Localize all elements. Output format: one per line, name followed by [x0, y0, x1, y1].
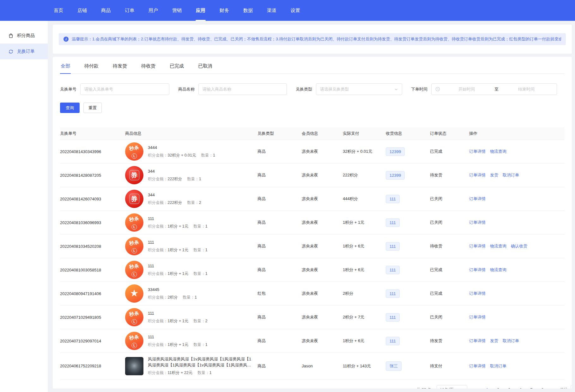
row-actions: 订单详情发货取消订单: [469, 172, 565, 178]
member-name: 凉央未夜: [302, 291, 343, 296]
actual-paid: 1积分 + 1元: [343, 220, 386, 225]
product-image: [125, 357, 143, 375]
action-link[interactable]: 订单详情: [469, 243, 486, 249]
next-page-button[interactable]: ›: [550, 387, 555, 389]
nav-item-9[interactable]: 数据: [243, 0, 253, 21]
action-link[interactable]: 物流查询: [490, 267, 506, 273]
action-link[interactable]: 物流查询: [490, 149, 506, 154]
product-name-filter-label: 商品名称: [178, 86, 195, 92]
nav-item-4[interactable]: 订单: [125, 0, 134, 21]
member-name: 凉央未夜: [302, 338, 343, 344]
product-name: 111: [148, 311, 208, 317]
search-button[interactable]: 查询: [60, 103, 80, 113]
action-link[interactable]: 取消订单: [503, 172, 519, 178]
actual-paid: 32积分 + 0.01元: [343, 149, 386, 154]
nav-item-10[interactable]: 渠道: [267, 0, 276, 21]
navbar-menu: 首页店铺商品订单用户营销应用财务数据渠道设置: [54, 0, 314, 21]
sync-icon: [8, 49, 14, 54]
product-name-input[interactable]: [198, 83, 287, 95]
bag-icon: [8, 33, 14, 39]
action-link[interactable]: 订单详情: [469, 172, 486, 178]
action-link[interactable]: 取消订单: [490, 363, 506, 369]
action-link[interactable]: 订单详情: [469, 314, 486, 320]
actual-paid: 2积分: [343, 291, 386, 296]
product-name: 344: [148, 192, 201, 198]
table-row: 202204071029097014秒杀L111积分金额：1积分 + 1元数量：…: [60, 329, 565, 353]
receiver-badge: 张三: [386, 361, 402, 371]
page-size-select[interactable]: 10条/页: [437, 385, 467, 389]
nav-item-1[interactable]: 首页: [54, 0, 63, 21]
notice-text: 温馨提示：1.会员在商城下单的列表；2.订单状态有待付款、待发货、待收货、已完成…: [72, 36, 561, 42]
goto-page-input[interactable]: [571, 385, 572, 389]
sidebar-item-label: 兑换订单: [17, 49, 35, 54]
action-link[interactable]: 发货: [490, 338, 498, 344]
row-actions: 订单详情: [469, 220, 565, 225]
start-time-placeholder: 开始时间: [440, 86, 493, 92]
product-image: 秒杀L: [125, 142, 143, 161]
table-row: 202204081003058518秒杀L111积分金额：1积分 + 1元数量：…: [60, 258, 565, 282]
notice-banner: i 温馨提示：1.会员在商城下单的列表；2.订单状态有待付款、待发货、待收货、已…: [59, 33, 566, 45]
tab-6[interactable]: 已取消: [197, 58, 213, 74]
sidebar-item-1[interactable]: 积分商品: [0, 28, 48, 44]
order-status: 待发货: [430, 172, 469, 178]
action-link[interactable]: 物流查询: [490, 243, 506, 249]
page-number-4[interactable]: 4: [516, 385, 524, 389]
page-number-2[interactable]: 2: [494, 385, 502, 389]
tab-2[interactable]: 待付款: [84, 58, 99, 74]
tab-5[interactable]: 已完成: [169, 58, 185, 74]
page-number-1[interactable]: 1: [483, 385, 491, 389]
action-link[interactable]: 订单详情: [469, 291, 486, 296]
nav-item-2[interactable]: 店铺: [77, 0, 87, 21]
exchange-type: 商品: [257, 220, 302, 225]
order-no: 202204080947191406: [60, 291, 125, 296]
action-link[interactable]: 订单详情: [469, 149, 486, 154]
reset-button[interactable]: 重置: [83, 103, 102, 113]
action-link[interactable]: 订单详情: [469, 196, 486, 202]
order-no: 202204081428087205: [60, 173, 125, 178]
action-link[interactable]: 发货: [490, 172, 498, 178]
product-info-cell: 券344积分金额：222积分数量：2: [125, 187, 257, 211]
row-actions: 订单详情: [469, 196, 565, 202]
orders-card: 全部待付款待发货待收货已完成已取消 兑换单号 商品名称 兑换类型 请选择兑换类型…: [53, 57, 572, 389]
product-image: ★: [125, 284, 143, 303]
product-image: 秒杀L: [125, 308, 143, 326]
order-status: 已完成: [430, 291, 469, 296]
tab-1[interactable]: 全部: [60, 58, 71, 74]
product-image: 秒杀L: [125, 237, 143, 255]
nav-item-5[interactable]: 用户: [148, 0, 158, 21]
sidebar-item-label: 积分商品: [17, 33, 35, 39]
product-info-cell: 券344积分金额：222积分数量：1: [125, 163, 257, 187]
product-meta: 积分金额：1积分 + 1元数量：1: [148, 342, 208, 347]
nav-item-6[interactable]: 营销: [172, 0, 182, 21]
product-meta: 积分金额：222积分数量：2: [148, 200, 201, 205]
action-link[interactable]: 取消订单: [503, 338, 519, 344]
page-number-6[interactable]: 6: [538, 385, 547, 389]
order-no: 202204081426074093: [60, 197, 125, 201]
exchange-type-select[interactable]: 请选择兑换类型: [316, 83, 402, 95]
nav-item-3[interactable]: 商品: [101, 0, 111, 21]
order-no-input[interactable]: [80, 83, 169, 95]
page-number-5[interactable]: 5: [527, 385, 536, 389]
page-number-3[interactable]: 3: [505, 385, 513, 389]
row-actions: 订单详情: [469, 314, 565, 320]
action-link[interactable]: 订单详情: [469, 220, 486, 225]
table-row: 202204071029491805秒杀L111积分金额：1积分 + 1元数量：…: [60, 306, 565, 329]
member-name: 凉央未夜: [302, 172, 343, 178]
actual-paid: 444积分: [343, 196, 386, 202]
pagination: 共 55 条 10条/页 ‹ 123456 › 前往: [60, 385, 572, 389]
action-link[interactable]: 确认收货: [511, 243, 527, 249]
nav-item-8[interactable]: 财务: [220, 0, 229, 21]
action-link[interactable]: 订单详情: [469, 338, 486, 344]
tab-3[interactable]: 待发货: [112, 58, 128, 74]
nav-item-7[interactable]: 应用: [196, 0, 205, 21]
tab-4[interactable]: 待收货: [141, 58, 156, 74]
sidebar-item-2[interactable]: 兑换订单: [0, 44, 48, 59]
product-meta: 积分金额：32积分 + 0.01元数量：1: [148, 153, 215, 158]
prev-page-button[interactable]: ‹: [475, 387, 479, 389]
action-link[interactable]: 订单详情: [469, 267, 486, 273]
exchange-type: 商品: [257, 172, 302, 178]
nav-item-11[interactable]: 设置: [291, 0, 300, 21]
action-link[interactable]: 订单详情: [469, 363, 486, 369]
product-name: 33445: [148, 287, 197, 293]
order-time-range-picker[interactable]: 开始时间 至 结束时间: [431, 83, 557, 95]
